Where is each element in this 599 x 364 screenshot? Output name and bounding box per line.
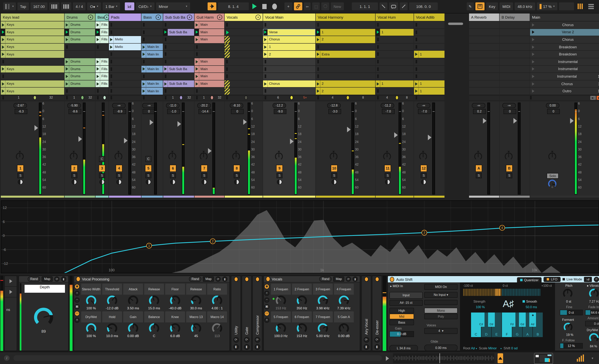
hot-swap-icon[interactable]: ⟳ <box>233 337 239 343</box>
clip-slot[interactable]: 1 <box>376 80 414 88</box>
clip-launch-icon[interactable] <box>1 21 5 28</box>
clip-slot[interactable]: Keys <box>1 36 64 43</box>
clip-slot[interactable] <box>163 36 194 43</box>
clip-stop-icon[interactable] <box>165 74 166 78</box>
clip-slot[interactable]: Fills <box>96 73 109 80</box>
return-slot[interactable] <box>500 29 530 36</box>
clip-stop-icon[interactable] <box>111 67 112 71</box>
clip-launch-icon[interactable] <box>163 66 167 72</box>
clip-stop-icon[interactable] <box>165 52 166 56</box>
pan-knob-wrap[interactable] <box>419 150 427 161</box>
pan-knob[interactable] <box>168 150 177 161</box>
clip-slot[interactable]: Sub Sub Ba <box>163 29 194 36</box>
macro-power-icon[interactable]: ◉ <box>74 284 80 289</box>
device-chain-minimap[interactable] <box>534 353 553 364</box>
clip-launch-icon[interactable] <box>141 80 146 87</box>
map-button[interactable]: Map <box>333 277 344 282</box>
knob[interactable] <box>190 295 202 307</box>
peak-level-display[interactable]: 0.00 <box>546 103 559 108</box>
clip-stop-icon[interactable] <box>317 74 319 78</box>
knob[interactable] <box>85 322 97 334</box>
volume-field[interactable]: -7.0 <box>382 109 395 114</box>
scene-verse-2-4[interactable]: Verse 24 <box>530 29 599 36</box>
pan-knob-wrap[interactable] <box>274 150 283 161</box>
clip-stop-icon[interactable] <box>97 89 99 93</box>
clip-launch-icon[interactable] <box>65 58 69 65</box>
group-slot[interactable] <box>225 80 263 88</box>
clip-launch-icon[interactable] <box>263 80 267 87</box>
stop-all-clips-icon[interactable] <box>265 96 266 100</box>
chevron-down-icon[interactable]: ▾ <box>217 15 222 20</box>
midi-map-button[interactable]: MIDI <box>500 2 513 10</box>
peak-level-display[interactable]: -∞ <box>417 103 430 108</box>
return-slot[interactable] <box>469 58 499 66</box>
stop-all-clips-icon[interactable] <box>66 96 68 100</box>
clip-slot[interactable] <box>414 36 444 43</box>
midi-on-button[interactable]: MIDI On <box>424 284 458 290</box>
show-macros-icon[interactable]: ▭ <box>74 311 80 316</box>
track-header[interactable]: Vocal Adlib <box>414 13 444 21</box>
scene-launch-icon[interactable] <box>532 23 534 26</box>
knob[interactable] <box>169 322 181 334</box>
clip-launch-icon[interactable] <box>194 29 199 36</box>
clip-slot[interactable]: Main <box>194 66 224 73</box>
eq-curve-plot[interactable]: 12341260-6-121001k10k <box>1 201 599 273</box>
clip-slot[interactable] <box>96 88 109 95</box>
clip-slot[interactable] <box>263 88 315 95</box>
clip-slot[interactable]: 1 <box>376 29 414 36</box>
clip-launch-icon[interactable] <box>194 58 199 65</box>
pan-knob[interactable] <box>232 150 240 161</box>
session-view-icon[interactable] <box>576 2 585 10</box>
tempo-field[interactable]: 167.00 <box>30 2 48 10</box>
quantization-menu[interactable]: 1 Bar▾ <box>103 2 120 10</box>
stop-all-clips-icon[interactable] <box>196 96 198 100</box>
clip-launch-icon[interactable] <box>1 80 5 87</box>
scene-launch-icon[interactable] <box>532 60 534 63</box>
clip-slot[interactable] <box>376 88 414 95</box>
solo-button[interactable]: S <box>18 173 23 178</box>
clip-stop-icon[interactable] <box>377 38 379 41</box>
clip-launch-icon[interactable] <box>376 80 380 87</box>
clip-slot[interactable] <box>194 88 224 95</box>
volume-field[interactable]: 0 <box>547 109 560 114</box>
track-activator-button[interactable]: 9 <box>276 165 283 172</box>
pitch-value[interactable]: 0 st <box>566 300 571 303</box>
rand-button[interactable]: Rand <box>28 277 40 282</box>
clip-slot[interactable]: Mello <box>109 36 141 43</box>
volume-field[interactable]: 0 <box>231 109 244 114</box>
clip-launch-icon[interactable] <box>376 29 380 36</box>
track-header[interactable]: Pads <box>109 13 141 21</box>
knob[interactable] <box>338 295 350 307</box>
clip-slot[interactable]: Drums <box>65 80 95 88</box>
chain-play-icon[interactable] <box>5 276 17 287</box>
clip-slot[interactable] <box>376 51 414 58</box>
clip-slot[interactable]: Chorus <box>263 80 315 88</box>
clip-slot[interactable] <box>376 36 414 43</box>
clip-stop-icon[interactable] <box>226 60 228 63</box>
scene-instrumental-8[interactable]: Instrumental8 <box>530 58 599 66</box>
clip-stop-icon[interactable] <box>265 74 266 78</box>
stop-button[interactable] <box>260 2 269 10</box>
clip-slot[interactable]: Drums <box>65 58 95 66</box>
collapsed-device-de-esser[interactable]: De-esser ⟳▮ <box>372 276 382 351</box>
group-slot[interactable] <box>225 88 263 95</box>
sidechain-input-menu[interactable]: No Input ▾ <box>424 292 458 298</box>
track-header[interactable]: Vocal Hum <box>376 13 414 21</box>
clip-stop-icon[interactable] <box>415 67 417 71</box>
key-toggle-button[interactable]: ♭♯ <box>125 2 134 10</box>
return-slot[interactable] <box>500 21 530 29</box>
clip-slot[interactable] <box>194 43 224 51</box>
chevron-down-icon[interactable]: ▼ <box>591 357 594 360</box>
cue-icon[interactable] <box>18 179 23 185</box>
scene-launch-icon[interactable] <box>532 45 534 49</box>
clip-slot[interactable]: 1 <box>414 88 444 95</box>
clip-launch-icon[interactable] <box>1 66 5 72</box>
knob[interactable] <box>85 295 97 307</box>
pan-knob-wrap[interactable] <box>114 150 123 161</box>
clip-stop-icon[interactable] <box>377 45 379 49</box>
clip-slot[interactable] <box>263 73 315 80</box>
device-activator-led[interactable] <box>234 277 238 282</box>
pan-knob[interactable] <box>383 150 391 161</box>
clip-slot[interactable] <box>109 58 141 66</box>
punch-in-icon[interactable] <box>379 2 388 10</box>
